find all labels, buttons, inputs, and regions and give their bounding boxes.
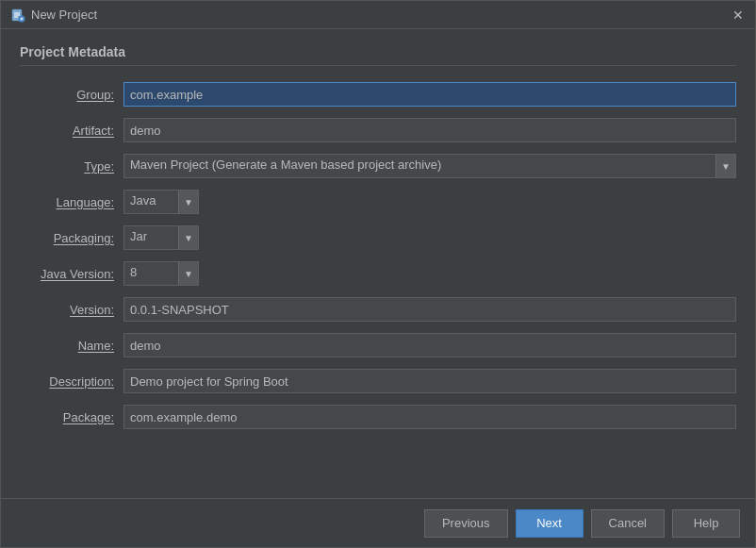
- previous-button[interactable]: Previous: [424, 509, 508, 538]
- section-title: Project Metadata: [20, 44, 736, 66]
- dialog-body: Project Metadata Group: Artifact: Type: …: [1, 29, 755, 498]
- description-row: Description:: [20, 368, 736, 394]
- name-input[interactable]: [123, 333, 736, 357]
- language-row: Language: Java ▼: [20, 189, 736, 215]
- group-input[interactable]: [123, 82, 736, 107]
- next-button[interactable]: Next: [516, 509, 583, 538]
- package-input[interactable]: [123, 405, 736, 429]
- close-button[interactable]: ✕: [731, 8, 746, 23]
- artifact-label: Artifact:: [20, 124, 123, 138]
- packaging-label: Packaging:: [20, 231, 123, 245]
- java-version-label: Java Version:: [20, 267, 123, 281]
- package-row: Package:: [20, 404, 736, 430]
- packaging-dropdown[interactable]: Jar ▼: [123, 225, 199, 250]
- name-label: Name:: [20, 339, 123, 353]
- packaging-value: Jar: [123, 225, 178, 250]
- group-label: Group:: [20, 88, 123, 102]
- title-bar-left: New Project: [10, 8, 97, 23]
- description-input[interactable]: [123, 369, 736, 393]
- artifact-row: Artifact:: [20, 117, 736, 143]
- packaging-row: Packaging: Jar ▼: [20, 224, 736, 251]
- title-bar: New Project ✕: [1, 1, 755, 29]
- group-row: Group:: [20, 81, 736, 108]
- dialog-title: New Project: [31, 8, 97, 22]
- name-row: Name:: [20, 332, 736, 358]
- description-label: Description:: [20, 374, 123, 389]
- type-dropdown[interactable]: Maven Project (Generate a Maven based pr…: [123, 154, 736, 178]
- language-dropdown-arrow[interactable]: ▼: [178, 190, 199, 214]
- java-version-dropdown[interactable]: 8 ▼: [123, 261, 199, 286]
- packaging-dropdown-arrow[interactable]: ▼: [178, 225, 199, 250]
- cancel-button[interactable]: Cancel: [591, 509, 665, 538]
- version-input[interactable]: [123, 297, 736, 322]
- new-project-dialog: New Project ✕ Project Metadata Group: Ar…: [0, 0, 756, 548]
- language-label: Language:: [20, 195, 123, 209]
- type-row: Type: Maven Project (Generate a Maven ba…: [20, 153, 736, 179]
- version-label: Version:: [20, 303, 123, 317]
- type-dropdown-arrow[interactable]: ▼: [715, 154, 736, 178]
- type-value: Maven Project (Generate a Maven based pr…: [123, 154, 715, 178]
- new-project-icon: [10, 8, 25, 23]
- dialog-footer: Previous Next Cancel Help: [1, 498, 755, 547]
- java-version-value: 8: [123, 261, 178, 286]
- type-label: Type:: [20, 159, 123, 174]
- version-row: Version:: [20, 296, 736, 323]
- artifact-input[interactable]: [123, 118, 736, 142]
- language-dropdown[interactable]: Java ▼: [123, 190, 199, 214]
- java-version-dropdown-arrow[interactable]: ▼: [178, 261, 199, 286]
- package-label: Package:: [20, 410, 123, 424]
- java-version-row: Java Version: 8 ▼: [20, 260, 736, 287]
- language-value: Java: [123, 190, 178, 214]
- help-button[interactable]: Help: [672, 509, 740, 538]
